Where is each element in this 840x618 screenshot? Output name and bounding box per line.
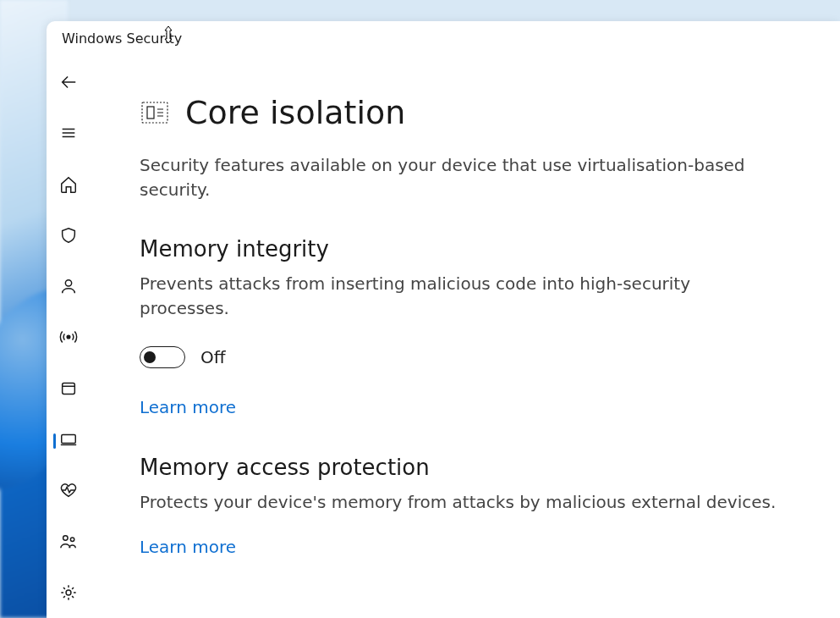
sidebar-item-device-security[interactable] (52, 424, 85, 455)
svg-point-0 (65, 280, 71, 286)
core-isolation-icon (140, 97, 170, 128)
svg-point-6 (66, 590, 71, 595)
svg-rect-2 (63, 383, 75, 394)
memory-integrity-toggle-state: Off (200, 347, 226, 367)
memory-integrity-toggle-row: Off (140, 346, 823, 368)
toggle-knob (144, 351, 156, 363)
main-content: Core isolation Security features availab… (91, 55, 840, 618)
shield-icon (59, 226, 78, 245)
resize-vertical-cursor-icon (161, 25, 176, 44)
page-title: Core isolation (185, 94, 405, 131)
sidebar-item-app-browser[interactable] (52, 373, 85, 404)
sidebar-item-firewall[interactable] (52, 322, 85, 352)
arrow-left-icon (59, 73, 78, 91)
broadcast-icon (59, 328, 78, 346)
page-description: Security features available on your devi… (140, 153, 749, 202)
gear-icon (59, 583, 78, 602)
sidebar-item-performance-health[interactable] (52, 475, 85, 505)
menu-icon (59, 124, 78, 142)
family-icon (59, 532, 78, 551)
memory-integrity-toggle[interactable] (140, 346, 185, 368)
hamburger-button[interactable] (52, 118, 85, 148)
sidebar-item-family-options[interactable] (52, 526, 85, 556)
memory-access-protection-learn-more-link[interactable]: Learn more (140, 537, 236, 557)
home-icon (59, 175, 78, 194)
svg-point-1 (67, 336, 70, 339)
person-icon (59, 277, 78, 295)
sidebar-item-settings[interactable] (52, 577, 85, 608)
back-button[interactable] (52, 67, 85, 97)
sidebar-item-account-protection[interactable] (52, 271, 85, 301)
sidebar-item-home[interactable] (52, 169, 85, 200)
sidebar-selection-indicator (53, 433, 56, 449)
windows-security-window: Windows Security (47, 21, 840, 618)
sidebar (47, 55, 91, 618)
memory-integrity-description: Prevents attacks from inserting maliciou… (140, 272, 782, 321)
sidebar-item-virus-threat[interactable] (52, 220, 85, 251)
svg-point-4 (63, 535, 69, 540)
page-header: Core isolation (140, 94, 823, 131)
memory-access-protection-heading: Memory access protection (140, 455, 823, 480)
memory-integrity-heading: Memory integrity (140, 236, 823, 262)
app-window-icon (59, 379, 78, 398)
svg-rect-7 (142, 102, 167, 123)
svg-point-5 (70, 538, 74, 541)
heart-pulse-icon (59, 481, 78, 499)
device-icon (59, 430, 78, 449)
memory-access-protection-description: Protects your device's memory from attac… (140, 490, 782, 515)
svg-rect-3 (62, 434, 76, 443)
svg-rect-8 (147, 107, 154, 119)
memory-integrity-learn-more-link[interactable]: Learn more (140, 397, 236, 417)
